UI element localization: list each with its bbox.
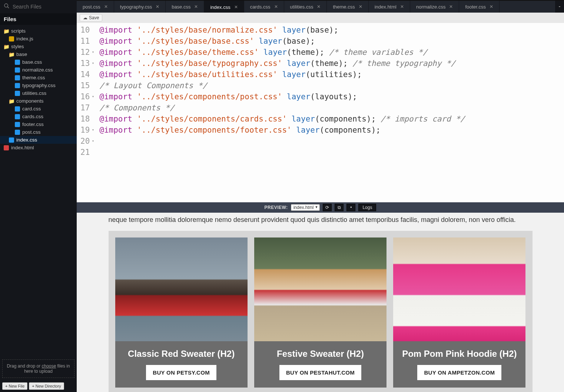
tab-index-html[interactable]: index.html✕ <box>369 1 410 13</box>
tab-typography-css[interactable]: typography.css✕ <box>114 1 166 13</box>
close-icon[interactable]: ✕ <box>449 4 453 9</box>
tab-theme-css[interactable]: theme.css✕ <box>327 1 368 13</box>
close-icon[interactable]: ✕ <box>490 4 493 9</box>
new-file-button[interactable]: + New File <box>2 382 27 390</box>
fold-spacer <box>90 147 94 158</box>
file-index-html[interactable]: index.html <box>0 144 77 152</box>
cloud-icon: ☁ <box>83 15 87 20</box>
buy-button[interactable]: BUY ON AMPETZON.COM <box>417 365 501 380</box>
tab-base-css[interactable]: base.css✕ <box>166 1 204 13</box>
code-editor[interactable]: 10 11 12▾13▾14 15 16▾17 18 19▾20▾21 @imp… <box>77 23 564 202</box>
tab-overflow-menu[interactable] <box>555 1 564 13</box>
drop-zone[interactable]: Drag and drop or choose files in here to… <box>2 359 74 378</box>
file-index-css[interactable]: index.css <box>0 136 77 144</box>
folder-label: scripts <box>11 28 26 34</box>
line-number: 17 <box>80 102 94 113</box>
tab-normalize-css[interactable]: normalize.css✕ <box>410 1 459 13</box>
tab-label: base.css <box>172 4 190 10</box>
file-label: index.css <box>16 137 37 143</box>
file-post-css[interactable]: post.css <box>0 128 77 136</box>
card-image <box>254 237 386 341</box>
fold-toggle-icon[interactable]: ▾ <box>90 124 94 136</box>
logs-button[interactable]: Logs <box>358 204 376 211</box>
fold-toggle-icon[interactable]: ▾ <box>90 91 94 102</box>
tab-cards-css[interactable]: cards.css✕ <box>244 1 284 13</box>
file-normalize-css[interactable]: normalize.css <box>0 66 77 74</box>
search-input[interactable] <box>13 4 73 10</box>
tab-label: footer.css <box>465 4 486 10</box>
tab-label: cards.css <box>250 4 271 10</box>
refresh-preview-button[interactable]: ⟳ <box>323 204 332 211</box>
folder-styles[interactable]: 📁 styles <box>0 43 77 50</box>
folder-components[interactable]: 📁 components <box>0 97 77 105</box>
file-cards-css[interactable]: cards.css <box>0 113 77 120</box>
file-label: base.css <box>22 59 42 65</box>
close-icon[interactable]: ✕ <box>317 4 321 9</box>
file-index-js[interactable]: index.js <box>0 35 77 43</box>
line-number: 21 <box>80 147 94 158</box>
css-file-icon <box>15 67 20 73</box>
svg-point-0 <box>4 4 8 7</box>
close-icon[interactable]: ✕ <box>234 4 238 10</box>
file-label: theme.css <box>22 75 45 80</box>
close-icon[interactable]: ✕ <box>104 4 108 9</box>
card: Festive Sweater (H2) BUY ON PESTAHUT.COM <box>254 237 386 388</box>
tab-footer-css[interactable]: footer.css✕ <box>459 1 500 13</box>
css-file-icon <box>15 106 20 112</box>
fold-toggle-icon[interactable]: ▾ <box>90 136 94 147</box>
card-image <box>115 237 248 341</box>
file-card-css[interactable]: card.css <box>0 105 77 113</box>
file-utilities-css[interactable]: utilities.css <box>0 89 77 97</box>
file-typography-css[interactable]: typography.css <box>0 82 77 89</box>
file-base-css[interactable]: base.css <box>0 58 77 66</box>
tab-utilities-css[interactable]: utilities.css✕ <box>284 1 327 13</box>
close-icon[interactable]: ✕ <box>194 4 198 9</box>
new-directory-button[interactable]: + New Directory <box>29 382 64 390</box>
css-file-icon <box>15 60 20 65</box>
open-external-button[interactable]: ⧉ <box>335 204 344 211</box>
card: Classic Red Sweater (H2) BUY ON PETSY.CO… <box>115 237 248 388</box>
fold-spacer <box>90 69 94 80</box>
tab-post-css[interactable]: post.css✕ <box>77 1 114 13</box>
tab-bar: post.css✕typography.css✕base.css✕index.c… <box>77 0 564 13</box>
tab-label: index.css <box>210 4 230 10</box>
close-icon[interactable]: ✕ <box>274 4 278 9</box>
folder-label: styles <box>11 44 24 49</box>
dot-icon: • <box>350 205 352 210</box>
preview-dot-button[interactable]: • <box>346 204 355 211</box>
preview-pane[interactable]: neque tempore mollitia doloremque nemo d… <box>77 213 564 392</box>
css-file-icon <box>15 130 20 135</box>
preview-file-select[interactable]: index.html ▼ <box>291 204 320 211</box>
file-label: typography.css <box>22 83 56 88</box>
file-theme-css[interactable]: theme.css <box>0 74 77 82</box>
folder-label: base <box>16 52 27 57</box>
search-bar <box>0 0 77 13</box>
tab-index-css[interactable]: index.css✕ <box>204 0 244 13</box>
fold-toggle-icon[interactable]: ▾ <box>90 47 94 58</box>
drop-zone-choose[interactable]: choose <box>42 363 56 369</box>
line-number: 19▾ <box>80 124 94 136</box>
close-icon[interactable]: ✕ <box>400 4 404 9</box>
close-icon[interactable]: ✕ <box>156 4 159 9</box>
file-label: index.html <box>11 145 34 150</box>
chevron-down-icon: ▼ <box>315 205 318 209</box>
buy-button[interactable]: BUY ON PETSY.COM <box>146 365 216 380</box>
css-file-icon <box>15 83 20 88</box>
save-button[interactable]: ☁ Save <box>80 14 102 21</box>
code-content[interactable]: @import '../styles/base/normalize.css' l… <box>96 23 468 202</box>
file-footer-css[interactable]: footer.css <box>0 120 77 128</box>
folder-scripts[interactable]: 📁 scripts <box>0 27 77 35</box>
buy-button[interactable]: BUY ON PESTAHUT.COM <box>279 365 361 380</box>
card-title: Pom Pom Pink Hoodie (H2) <box>402 349 517 359</box>
close-icon[interactable]: ✕ <box>359 4 362 9</box>
line-number-gutter: 10 11 12▾13▾14 15 16▾17 18 19▾20▾21 <box>77 23 96 202</box>
css-file-icon <box>15 91 20 96</box>
folder-base[interactable]: 📁 base <box>0 50 77 58</box>
file-label: cards.css <box>22 114 43 119</box>
fold-spacer <box>90 80 94 91</box>
card-title: Classic Red Sweater (H2) <box>128 349 235 359</box>
tab-label: theme.css <box>333 4 355 10</box>
css-file-icon <box>15 114 20 119</box>
fold-toggle-icon[interactable]: ▾ <box>90 58 94 69</box>
folder-icon: 📁 <box>9 99 14 104</box>
